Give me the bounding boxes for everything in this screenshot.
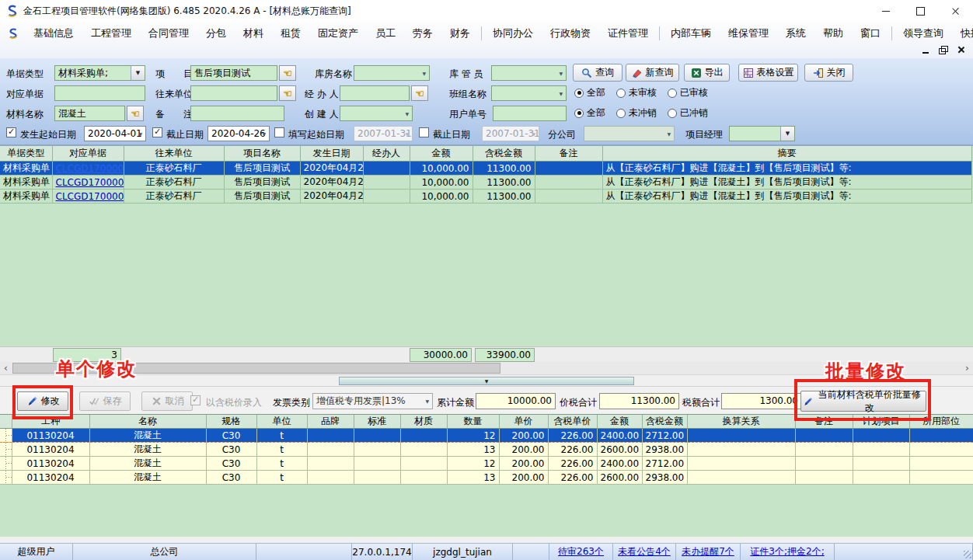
column-header-6[interactable]: 经办人 [363,146,410,162]
cell[interactable] [400,443,447,457]
column-header-7[interactable]: 材质 [400,415,447,429]
column-header-15[interactable]: 计划项目 [853,415,909,429]
cell[interactable] [400,429,447,443]
grid-row[interactable]: 01130204混凝土C30t12200.00226.002400.002712… [0,457,973,471]
cell[interactable]: 正泰砂石料厂 [124,190,224,203]
column-header-2[interactable]: 对应单据 [52,146,124,162]
cell[interactable] [363,176,410,190]
column-header-11[interactable]: 金额 [597,415,642,429]
export-button[interactable]: 导出 [684,64,730,82]
cell[interactable]: t [256,457,307,471]
cell[interactable]: 200.00 [499,429,548,443]
column-header-2[interactable]: 名称 [89,415,206,429]
cell[interactable]: 13 [447,443,499,457]
column-header-5[interactable]: 发生日期 [300,146,363,162]
cell[interactable]: CLCGD170000213 [52,162,124,176]
column-header-1[interactable]: 单据类型 [0,146,52,162]
menu-item-15[interactable]: 维保管理 [720,26,777,40]
cell[interactable]: 2600.00 [597,443,642,457]
writeoff-radio-icon[interactable] [668,109,677,118]
project-manager-combo[interactable] [729,126,795,141]
writeoff-option-1[interactable]: 全部 [574,106,605,120]
splitter-scrollbar[interactable] [339,377,634,385]
cell[interactable]: 226.00 [548,429,597,443]
scroll-left-icon[interactable] [0,362,12,374]
team-combo[interactable] [491,85,567,101]
cell[interactable]: 11300.00 [473,190,535,203]
bill-link[interactable]: CLCGD170000214 [56,177,124,188]
cell[interactable]: 2400.00 [597,457,642,471]
cell[interactable] [535,176,602,190]
handler-picker-hand-icon[interactable] [411,85,428,101]
save-button[interactable]: 保存 [79,391,131,411]
cell[interactable] [307,429,354,443]
counterparty-input[interactable] [190,85,277,101]
sum-amount-field[interactable]: 10000.00 [476,393,556,409]
table-settings-button[interactable]: 表格设置 [738,64,798,82]
cell[interactable] [354,471,400,485]
status-link[interactable]: 未看公告4个 [618,545,671,558]
audit-option-2[interactable]: 未审核 [616,86,657,99]
grid-row[interactable]: 01130204混凝土C30t13200.00226.002600.002938… [0,471,973,485]
column-header-9[interactable]: 备注 [535,146,602,162]
grid-splitter[interactable] [0,374,973,386]
cell[interactable]: CLCGD170000215 [52,190,124,203]
cell[interactable]: 2020年04月24日 [300,162,363,176]
cell[interactable]: C30 [206,457,256,471]
cell[interactable]: 2020年04月22日 [300,190,363,203]
handler-input[interactable] [340,85,410,101]
invoice-type-combo[interactable]: 增值税专用发票|13% [312,393,433,409]
counterparty-picker-hand-icon[interactable] [279,85,296,101]
tax-total-field[interactable]: 1300.00 [721,393,802,409]
minimize-button[interactable] [868,0,903,22]
audit-option-3[interactable]: 已审核 [668,86,708,99]
column-header-8[interactable]: 含税金额 [473,146,535,162]
close-form-button[interactable]: 关闭 [804,64,853,82]
menu-item-4[interactable]: 分包 [197,26,235,40]
audit-radio-icon[interactable] [616,89,626,98]
cell[interactable]: 200.00 [499,443,548,457]
row-tree-indicator[interactable] [0,429,12,443]
writeoff-option-2[interactable]: 未冲销 [616,106,657,120]
cell[interactable]: 226.00 [548,443,597,457]
cell[interactable] [853,443,909,457]
bill-type-combo[interactable]: 材料采购单; [54,65,145,81]
total-with-tax-field[interactable]: 11300.00 [599,393,679,409]
dropdown-arrow-icon[interactable] [131,66,145,80]
cell[interactable]: C30 [206,429,256,443]
cell[interactable] [354,429,400,443]
cell[interactable]: 01130204 [12,471,89,485]
cell[interactable]: 13 [447,471,499,485]
dropdown-arrow-icon[interactable] [780,127,794,141]
cell[interactable]: C30 [206,443,256,457]
column-header-4[interactable]: 单位 [256,415,307,429]
cell[interactable] [354,443,400,457]
batch-edit-button[interactable]: 当前材料含税单价批量修改 [800,391,926,412]
menu-item-19[interactable]: 领导查询 [895,26,952,40]
cell[interactable]: 混凝土 [89,429,206,443]
cell[interactable]: 2020年04月23日 [300,176,363,190]
branch-combo[interactable] [584,126,675,141]
menu-item-9[interactable]: 劳务 [404,26,441,40]
cell[interactable] [363,190,410,203]
cell[interactable]: 2400.00 [597,429,642,443]
occur-end-date[interactable]: 2020-04-26 [208,126,270,141]
column-header-8[interactable]: 数量 [447,415,499,429]
cell[interactable]: 售后项目测试 [224,176,300,190]
column-header-14[interactable]: 备注 [795,415,853,429]
audit-radio-icon[interactable] [668,89,677,98]
cell[interactable]: CLCGD170000214 [52,176,124,190]
cell[interactable]: 混凝土 [89,471,206,485]
column-header-12[interactable]: 含税金额 [642,415,687,429]
grid-row[interactable]: 材料采购单CLCGD170000215正泰砂石料厂售后项目测试2020年04月2… [0,190,971,203]
cell[interactable]: 2712.00 [642,457,687,471]
cell[interactable]: 200.00 [499,457,548,471]
status-link[interactable]: 待审263个 [558,545,604,558]
cell[interactable] [909,429,973,443]
menu-item-5[interactable]: 材料 [235,26,272,40]
status-link[interactable]: 证件3个;押金2个; [750,545,824,558]
cell[interactable] [535,162,602,176]
warehouse-combo[interactable] [354,65,430,81]
row-tree-indicator[interactable] [0,471,12,485]
occur-end-checkbox[interactable] [152,127,162,137]
